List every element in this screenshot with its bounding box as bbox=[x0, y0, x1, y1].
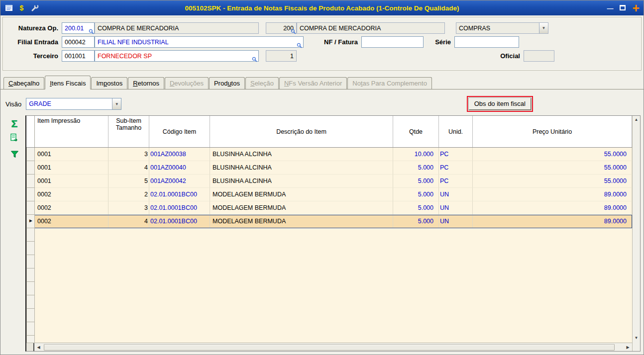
cell-unid: PC bbox=[439, 175, 473, 188]
terceiro-desc-field[interactable]: FORNECEDOR SP bbox=[95, 50, 259, 62]
row-selector[interactable]: ► bbox=[26, 215, 35, 228]
wrench-icon[interactable] bbox=[30, 4, 39, 12]
money-icon[interactable]: $ bbox=[17, 4, 26, 12]
app-window: $ 005102SPK - Entrada de Notas Fiscais d… bbox=[0, 0, 644, 355]
vertical-scrollbar[interactable]: ▲ ▼ bbox=[632, 116, 640, 351]
scrollbar-corner bbox=[26, 343, 34, 351]
table-row[interactable]: 00015001AZ00042BLUSINHA ALCINHA5.000PC55… bbox=[26, 175, 632, 188]
maximize-button[interactable] bbox=[620, 5, 626, 11]
lookup-magnifier-icon[interactable] bbox=[297, 43, 302, 48]
obs-item-fiscal-button[interactable]: Obs do item fiscal bbox=[469, 98, 531, 110]
form-icon[interactable] bbox=[4, 4, 13, 12]
cell-sub: 5 bbox=[108, 175, 149, 188]
sum-totals-icon[interactable]: Σ bbox=[11, 118, 18, 129]
lookup-magnifier-icon[interactable] bbox=[291, 29, 296, 34]
cell-item: 0002 bbox=[35, 188, 108, 201]
scroll-up-icon[interactable]: ▲ bbox=[635, 117, 639, 122]
cell-descricao: BLUSINHA ALCINHA bbox=[210, 161, 393, 175]
row-selector bbox=[26, 242, 35, 255]
tab-itens-fiscais[interactable]: Itens Fiscais bbox=[45, 76, 91, 89]
filial-desc-field[interactable]: FILIAL NFE INDUSTRIAL bbox=[95, 36, 304, 48]
table-row[interactable]: 0002202.01.0001BC00MODELAGEM BERMUDA5.00… bbox=[26, 188, 632, 201]
cell-unid: UN bbox=[439, 201, 473, 215]
cell-codigo: 02.01.0001BC00 bbox=[149, 188, 210, 201]
cell-sub: 4 bbox=[108, 215, 149, 228]
lookup-magnifier-icon[interactable] bbox=[89, 29, 94, 34]
table-row[interactable]: 00013001AZ00038BLUSINHA ALCINHA10.000PC5… bbox=[26, 148, 632, 161]
grid-main: Item ImpressãoSub-Item TamanhoCódigo Ite… bbox=[26, 116, 632, 351]
empty-row bbox=[26, 268, 632, 282]
filial-code-field[interactable]: 000042 bbox=[62, 36, 95, 48]
horizontal-scroll-thumb[interactable] bbox=[44, 344, 615, 351]
horizontal-scrollbar[interactable]: ◀ ▶ bbox=[26, 343, 632, 351]
table-row[interactable]: 00014001AZ00040BLUSINHA ALCINHA5.000PC55… bbox=[26, 161, 632, 175]
export-sheet-icon[interactable] bbox=[10, 133, 19, 144]
empty-row bbox=[26, 309, 632, 322]
column-header-unid[interactable]: Unid. bbox=[439, 116, 473, 147]
visao-value: GRADE bbox=[29, 100, 51, 107]
serie-field[interactable] bbox=[454, 36, 519, 48]
scroll-right-icon[interactable]: ▶ bbox=[624, 343, 632, 351]
row-selector[interactable] bbox=[26, 175, 35, 188]
terceiro-label: Terceiro bbox=[6, 52, 62, 60]
row-selector[interactable] bbox=[26, 201, 35, 215]
combo-dropdown-icon[interactable]: ▼ bbox=[112, 98, 121, 109]
oficial-field bbox=[524, 50, 554, 62]
column-header-cod[interactable]: Código Item bbox=[149, 116, 210, 147]
cell-unid: UN bbox=[439, 215, 473, 228]
tab-produtos[interactable]: Produtos bbox=[209, 77, 245, 89]
terceiro-code-value: 001001 bbox=[65, 53, 86, 60]
cell-item: 0001 bbox=[35, 175, 108, 188]
cell-codigo: 001AZ00042 bbox=[149, 175, 210, 188]
lookup-magnifier-icon[interactable] bbox=[252, 57, 257, 62]
natureza-grupo-value: COMPRAS bbox=[459, 25, 490, 32]
scroll-down-icon[interactable]: ▼ bbox=[635, 336, 639, 340]
close-button[interactable]: + bbox=[632, 2, 640, 13]
row-selector bbox=[26, 228, 35, 242]
column-header-preco[interactable]: Preço Unitário bbox=[473, 116, 632, 147]
items-grid: Item ImpressãoSub-Item TamanhoCódigo Ite… bbox=[25, 115, 641, 352]
cell-preco: 55.0000 bbox=[473, 148, 632, 161]
column-header-desc[interactable]: Descrição do Item bbox=[210, 116, 393, 147]
terceiro-row: Terceiro 001001 FORNECEDOR SP 1 Oficial bbox=[6, 49, 638, 63]
column-header-sub[interactable]: Sub-Item Tamanho bbox=[108, 116, 149, 147]
column-header-item[interactable]: Item Impressão bbox=[35, 116, 108, 147]
row-selector[interactable] bbox=[26, 148, 35, 161]
natureza-desc-field: COMPRA DE MERCADORIA bbox=[95, 22, 259, 34]
terceiro-code-field[interactable]: 001001 bbox=[62, 50, 95, 62]
row-selector[interactable] bbox=[26, 188, 35, 201]
cell-preco: 89.0000 bbox=[473, 188, 632, 201]
natureza-code-field[interactable]: 200.01 bbox=[62, 22, 95, 34]
cell-descricao: BLUSINHA ALCINHA bbox=[210, 148, 393, 161]
cell-item: 0001 bbox=[35, 148, 108, 161]
tab-cabe-alho[interactable]: Cabeçalho bbox=[3, 77, 44, 89]
row-selector bbox=[26, 336, 35, 343]
grid-header: Item ImpressãoSub-Item TamanhoCódigo Ite… bbox=[26, 116, 632, 148]
selected-row-marker-icon: ► bbox=[28, 218, 33, 223]
filter-funnel-icon[interactable] bbox=[10, 150, 19, 160]
table-row[interactable]: ►0002402.01.0001BC00MODELAGEM BERMUDA5.0… bbox=[26, 215, 632, 228]
cell-unid: PC bbox=[439, 161, 473, 175]
row-selector[interactable] bbox=[26, 161, 35, 175]
filial-row: Filial Entrada 000042 FILIAL NFE INDUSTR… bbox=[6, 35, 638, 49]
visao-select[interactable]: GRADE ▼ bbox=[26, 98, 121, 110]
document-header-panel: Natureza Op. 200.01 COMPRA DE MERCADORIA… bbox=[2, 17, 642, 71]
scroll-left-icon[interactable]: ◀ bbox=[34, 343, 43, 351]
natureza-desc2-value: COMPRA DE MERCADORIA bbox=[300, 25, 381, 32]
row-selector bbox=[26, 309, 35, 322]
cell-preco: 55.0000 bbox=[473, 161, 632, 175]
natureza-grupo-select: COMPRAS ▼ bbox=[456, 22, 548, 34]
tab-impostos[interactable]: Impostos bbox=[91, 77, 127, 89]
tab-retornos[interactable]: Retornos bbox=[128, 77, 164, 89]
cell-descricao: BLUSINHA ALCINHA bbox=[210, 175, 393, 188]
minimize-button[interactable]: — bbox=[607, 5, 613, 11]
nf-fatura-field[interactable] bbox=[361, 36, 424, 48]
tab-bar: CabeçalhoItens FiscaisImpostosRetornosDe… bbox=[0, 76, 644, 89]
table-row[interactable]: 0002302.01.0001BC00MODELAGEM BERMUDA5.00… bbox=[26, 201, 632, 215]
column-header-qtde[interactable]: Qtde bbox=[393, 116, 439, 147]
row-selector bbox=[26, 255, 35, 268]
empty-row bbox=[26, 322, 632, 336]
empty-row bbox=[26, 295, 632, 309]
cell-descricao: MODELAGEM BERMUDA bbox=[210, 201, 393, 215]
cell-codigo: 02.01.0001BC00 bbox=[149, 215, 210, 228]
